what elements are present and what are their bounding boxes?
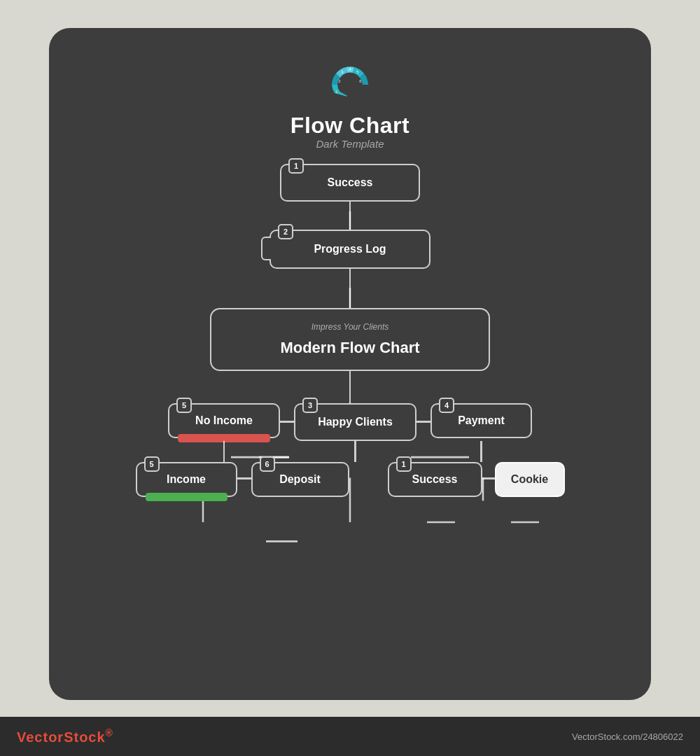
payment-down-line: [480, 441, 482, 462]
connector-1: [349, 202, 351, 230]
node-income-text: Income: [155, 473, 217, 486]
node-main: Impress Your Clients Modern Flow Chart: [210, 308, 490, 371]
flowchart: 1 Success 2 Progress Log Impress Your Cl…: [49, 164, 651, 700]
node-deposit-label: 6: [260, 456, 275, 472]
no-income-col: 5 No Income: [168, 403, 280, 438]
hconn-right: [416, 421, 430, 423]
node-main-wrapper: Impress Your Clients Modern Flow Chart: [210, 308, 490, 371]
node-income: 5 Income: [136, 462, 237, 497]
hconn-left-line: [280, 421, 294, 423]
svg-point-0: [343, 78, 357, 92]
node-payment-text: Payment: [447, 414, 516, 427]
brand-bar: VectorStock® VectorStock.com/24806022: [0, 717, 700, 756]
node-cookie-text: Cookie: [500, 473, 559, 486]
node-success-bottom-text: Success: [401, 473, 469, 486]
logo-subtitle: Dark Template: [316, 138, 384, 150]
node-payment-label: 4: [439, 398, 454, 413]
node-income-label: 5: [144, 456, 160, 472]
success-cookie-line: [482, 477, 495, 479]
node-deposit-text: Deposit: [268, 473, 332, 486]
node-happy-label: 3: [302, 398, 318, 413]
logo-area: 2 3 4 5 6 1 Flow Chart Dark Template: [290, 53, 410, 150]
node-main-subtitle: Impress Your Clients: [312, 322, 389, 332]
income-deposit-line: [237, 477, 251, 479]
brand-registered: ®: [106, 727, 113, 738]
logo-title: Flow Chart: [290, 113, 410, 138]
node-happy-text: Happy Clients: [307, 416, 404, 428]
income-accent-bar: [146, 493, 227, 501]
node-success-top-text: Success: [316, 176, 384, 189]
income-wrapper: 5 Income: [136, 462, 237, 497]
node-progress-text: Progress Log: [302, 243, 397, 255]
deposit-wrapper: 6 Deposit: [251, 462, 349, 497]
row-connectors-bottom: [49, 441, 651, 462]
brand-url: VectorStock.com/24806022: [572, 732, 683, 742]
node-success-top-wrapper: 1 Success: [280, 164, 420, 202]
logo-icon: 2 3 4 5 6 1: [322, 53, 378, 109]
node-happy-clients: 3 Happy Clients: [294, 403, 416, 441]
connector-2: [349, 269, 351, 308]
hconn-left: [280, 421, 294, 423]
svg-text:2: 2: [338, 79, 341, 83]
node-success-bottom: 1 Success: [388, 462, 482, 497]
node-success-bottom-label: 1: [396, 456, 412, 472]
node-deposit: 6 Deposit: [251, 462, 349, 497]
main-card: 2 3 4 5 6 1 Flow Chart Dark Template: [49, 28, 651, 700]
no-income-down-line: [223, 441, 225, 462]
happy-down-line: [354, 441, 356, 462]
brand-logo: VectorStock®: [17, 727, 113, 746]
payment-down-conn: [430, 441, 532, 462]
node-no-income-label: 5: [176, 398, 192, 413]
node-payment: 4 Payment: [430, 403, 532, 438]
brand-name: VectorStock: [17, 729, 106, 745]
node-progress-label: 2: [278, 224, 293, 239]
node-success-top-label: 1: [288, 158, 304, 174]
node-no-income: 5 No Income: [168, 403, 280, 438]
happy-clients-col: 3 Happy Clients: [294, 403, 416, 441]
hconn-right-line: [416, 421, 430, 423]
row-middle: 5 No Income 3 Happy Clients: [49, 403, 651, 441]
payment-col: 4 Payment: [430, 403, 532, 438]
income-deposit-conn: [237, 477, 251, 479]
node-progress-tab: [261, 237, 271, 260]
connector-3: [349, 371, 351, 403]
success-cookie-conn: [482, 477, 495, 479]
node-progress-log-wrapper: 2 Progress Log: [270, 230, 430, 269]
node-cookie: Cookie: [495, 462, 565, 497]
node-main-title: Modern Flow Chart: [280, 339, 419, 357]
row-bottom: 5 Income 6 Deposit 1: [49, 462, 651, 497]
cookie-wrapper: Cookie: [495, 462, 565, 497]
node-no-income-text: No Income: [184, 414, 264, 427]
node-success-top: 1 Success: [280, 164, 420, 202]
success-bottom-wrapper: 1 Success: [388, 462, 482, 497]
node-progress-log: 2 Progress Log: [270, 230, 430, 269]
